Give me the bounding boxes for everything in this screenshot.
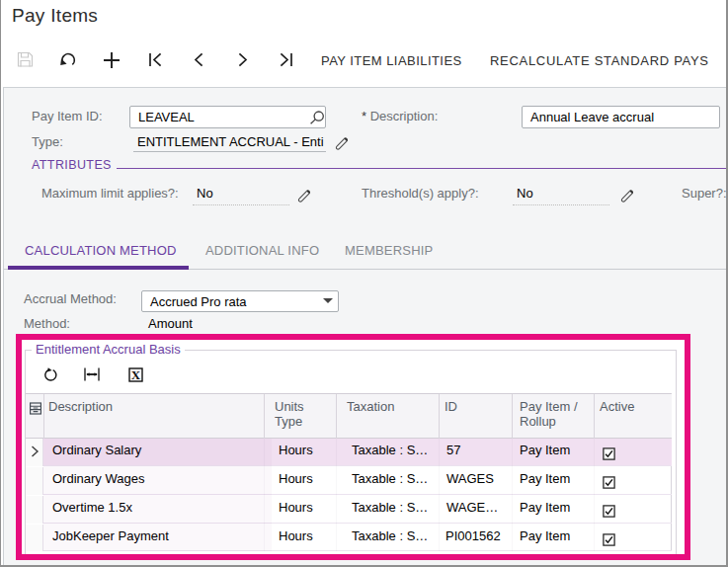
svg-text:X: X bbox=[131, 367, 141, 382]
